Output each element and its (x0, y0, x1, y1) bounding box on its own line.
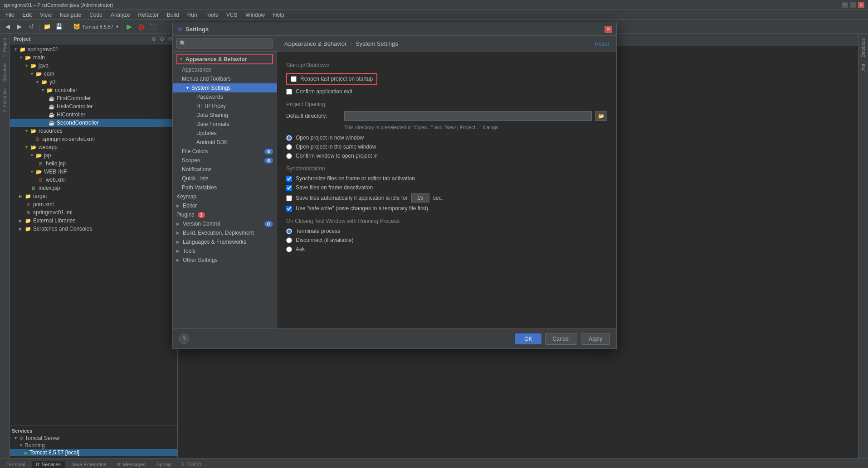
settings-nav-updates[interactable]: Updates (173, 129, 277, 138)
save-deactivation-checkbox[interactable] (286, 185, 292, 191)
menu-navigate[interactable]: Navigate (56, 11, 85, 19)
tab-spring[interactable]: Spring (152, 461, 176, 468)
reset-button[interactable]: Reset (595, 41, 609, 47)
tree-item-pom[interactable]: 🗎 pom.xml (10, 200, 177, 208)
services-tree-item-tomcat-local[interactable]: ▶ Tomcat 8.5.57 [local] (10, 449, 177, 456)
tab-java-enterprise[interactable]: Java Enterprise (67, 461, 111, 468)
open-new-window-radio[interactable] (286, 135, 292, 141)
toolbar-file[interactable]: 📁 (42, 22, 52, 32)
settings-nav-plugins[interactable]: Plugins 1 (173, 210, 277, 219)
settings-nav-android-sdk[interactable]: Android SDK (173, 138, 277, 147)
tab-terminal[interactable]: Terminal (2, 461, 30, 468)
settings-nav-quick-lists[interactable]: Quick Lists (173, 174, 277, 183)
menu-vcs[interactable]: VCS (223, 11, 241, 19)
tree-item-hellocontroller[interactable]: ☕ HelloController (10, 102, 177, 111)
settings-nav-data-sharing[interactable]: Data Sharing (173, 111, 277, 120)
menu-code[interactable]: Code (86, 11, 106, 19)
menu-window[interactable]: Window (242, 11, 268, 19)
ant-sidebar-label[interactable]: Ant (860, 61, 867, 73)
tree-item-index-jsp[interactable]: 🗎 index.jsp (10, 184, 177, 192)
favorites-sidebar-label[interactable]: 2: Favorites (1, 86, 8, 115)
ok-button[interactable]: OK (515, 333, 541, 344)
menu-tools[interactable]: Tools (202, 11, 222, 19)
settings-nav-notifications[interactable]: Notifications (173, 165, 277, 174)
project-sidebar-label[interactable]: 1: Project (1, 35, 8, 60)
tree-item-external-libs[interactable]: ▶ 📁 External Libraries (10, 217, 177, 225)
confirm-exit-checkbox[interactable] (286, 89, 292, 95)
settings-nav-other[interactable]: ▶ Other Settings (173, 256, 277, 265)
apply-button[interactable]: Apply (581, 333, 610, 345)
menu-file[interactable]: File (2, 11, 18, 19)
ask-radio[interactable] (286, 246, 292, 252)
open-same-window-radio[interactable] (286, 144, 292, 150)
minimize-button[interactable]: ─ (842, 2, 848, 8)
tree-item-target[interactable]: ▶ 📁 target (10, 192, 177, 200)
settings-nav-keymap[interactable]: Keymap (173, 192, 277, 201)
toolbar-back[interactable]: ◀ (3, 22, 13, 32)
database-sidebar-label[interactable]: Database (860, 35, 867, 60)
tree-item-firstcontroller[interactable]: ☕ FirstController (10, 94, 177, 102)
services-tree-item-running[interactable]: ▼ Running (10, 442, 177, 449)
settings-category-appearance[interactable]: ▼ Appearance & Behavior (173, 53, 277, 65)
settings-nav-build[interactable]: ▶ Build, Execution, Deployment (173, 228, 277, 237)
toolbar-refresh[interactable]: ↺ (26, 22, 36, 32)
menu-edit[interactable]: Edit (19, 11, 35, 19)
settings-nav-passwords[interactable]: Passwords (173, 92, 277, 101)
coverage-button[interactable]: ⬛ (148, 22, 158, 32)
settings-nav-languages[interactable]: ▶ Languages & Frameworks (173, 237, 277, 246)
toolbar-save[interactable]: 💾 (54, 22, 64, 32)
tree-item-secondcontroller[interactable]: ☕ SecondController (10, 119, 177, 127)
default-dir-input[interactable] (344, 111, 592, 121)
tab-messages[interactable]: 0: Messages (112, 461, 150, 468)
maximize-button[interactable]: □ (850, 2, 856, 8)
terminate-radio[interactable] (286, 228, 292, 234)
save-idle-checkbox[interactable] (286, 195, 292, 201)
tree-item-hicontroller[interactable]: ☕ HiController (10, 111, 177, 119)
menu-help[interactable]: Help (269, 11, 288, 19)
tree-item-webapp[interactable]: ▼ 📂 webapp (10, 143, 177, 151)
tree-item-web-xml[interactable]: 🗎 web.xml (10, 176, 177, 184)
tomcat-dropdown[interactable]: 🐱 Tomcat 8.5.57 ▼ (70, 22, 122, 31)
settings-nav-tools[interactable]: ▶ Tools (173, 246, 277, 256)
tab-todo[interactable]: 6: TODO (177, 461, 206, 468)
tree-item-webinf[interactable]: ▼ 📂 WEB-INF (10, 168, 177, 176)
tree-item-java[interactable]: ▼ 📂 java (10, 62, 177, 70)
reopen-project-checkbox[interactable] (291, 76, 297, 82)
services-tree-item-tomcat[interactable]: ▼ ⚙ Tomcat Server (10, 434, 177, 442)
menu-run[interactable]: Run (184, 11, 201, 19)
settings-nav-scopes[interactable]: Scopes ⚙ (173, 156, 277, 165)
settings-close-button[interactable]: ✕ (605, 26, 612, 33)
settings-search-input[interactable] (176, 39, 273, 48)
settings-nav-file-colors[interactable]: File Colors ⚙ (173, 147, 277, 156)
collapse-all-button[interactable]: ⊖ (158, 35, 166, 43)
settings-nav-editor[interactable]: ▶ Editor (173, 201, 277, 210)
close-button[interactable]: ✕ (858, 2, 864, 8)
sync-files-checkbox[interactable] (286, 176, 292, 182)
tree-item-main[interactable]: ▼ 📂 main (10, 53, 177, 62)
tree-item-hello-jsp[interactable]: 🗎 hello.jsp (10, 159, 177, 168)
cancel-button[interactable]: Cancel (545, 333, 577, 345)
tree-item-resources[interactable]: ▼ 📂 resources (10, 127, 177, 135)
settings-nav-system-settings[interactable]: ▼ System Settings (173, 83, 277, 92)
settings-nav-menus[interactable]: Menus and Toolbars (173, 74, 277, 83)
settings-nav-http-proxy[interactable]: HTTP Proxy (173, 101, 277, 111)
tree-item-yth[interactable]: ▼ 📂 yth (10, 78, 177, 86)
tree-item-scratches[interactable]: ▶ 📁 Scratches and Consoles (10, 225, 177, 233)
settings-nav-vcs[interactable]: ▶ Version Control ⚙ (173, 219, 277, 228)
tree-item-iml[interactable]: 🗎 springmvc01.iml (10, 208, 177, 217)
menu-build[interactable]: Build (163, 11, 183, 19)
debug-button[interactable]: 🐞 (136, 22, 146, 32)
disconnect-radio[interactable] (286, 237, 292, 243)
help-button[interactable]: ? (179, 334, 189, 344)
tree-item-springmvc01[interactable]: ▼ 📁 springmvc01 (10, 45, 177, 53)
settings-nav-path-variables[interactable]: Path Variables (173, 183, 277, 192)
tree-item-controller[interactable]: ▼ 📂 controller (10, 86, 177, 94)
tree-item-springmvc-servlet[interactable]: 🗎 springmvc-servlet.xml (10, 135, 177, 143)
idle-timeout-input[interactable] (411, 193, 429, 203)
menu-refactor[interactable]: Refactor (135, 11, 162, 19)
browse-button[interactable]: 📂 (595, 111, 607, 121)
structure-sidebar-label[interactable]: Structure (1, 61, 8, 85)
toolbar-forward[interactable]: ▶ (15, 22, 24, 32)
run-button[interactable]: ▶ (124, 22, 134, 32)
settings-nav-appearance[interactable]: Appearance (173, 65, 277, 74)
